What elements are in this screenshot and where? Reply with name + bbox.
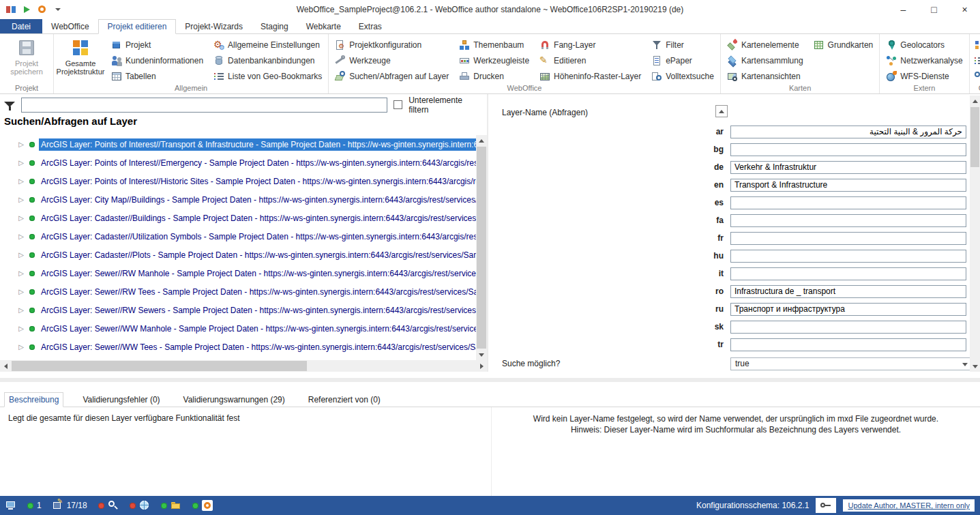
expand-icon[interactable]: ▷ — [17, 177, 25, 185]
properties-scroll-up-button[interactable] — [715, 105, 728, 117]
properties-vertical-scrollbar[interactable] — [970, 95, 980, 372]
tree-item[interactable]: ▷ArcGIS Layer: Sewer//WW Manhole - Sampl… — [0, 319, 476, 338]
werkzeugleiste-button[interactable]: Werkzeugleiste — [457, 53, 531, 68]
expand-icon[interactable]: ▷ — [17, 141, 25, 148]
filter-subelements-checkbox[interactable] — [394, 100, 402, 109]
werkzeuge-button[interactable]: Werkzeuge — [333, 53, 451, 68]
grundkarten-button[interactable]: Grundkarten — [812, 38, 876, 52]
projekt-button[interactable]: Projekt — [109, 38, 205, 52]
tree-item[interactable]: ▷ArcGIS Layer: Cadaster//Buildings - Sam… — [0, 209, 476, 227]
scrollbar-thumb[interactable] — [970, 107, 979, 167]
kartensammlung-button[interactable]: Kartensammlung — [725, 53, 805, 68]
run-project-icon[interactable] — [21, 4, 32, 15]
tab-referenziert-von[interactable]: Referenziert von (0) — [304, 392, 385, 407]
geolocators-button[interactable]: Geolocators — [884, 38, 964, 52]
layer-name-input-fa[interactable] — [730, 214, 966, 227]
expand-icon[interactable]: ▷ — [17, 288, 25, 295]
tree-item[interactable]: ▷ArcGIS Layer: Sewer//WW Tees - Sample P… — [0, 338, 476, 356]
themenbaum-button[interactable]: Themenbaum — [457, 38, 531, 52]
tab-extras[interactable]: Extras — [350, 19, 391, 33]
tab-projekt-editieren[interactable]: Projekt editieren — [98, 19, 177, 34]
editieren-button[interactable]: Editieren — [537, 53, 643, 68]
expand-icon[interactable]: ▷ — [17, 325, 25, 332]
update-author-link[interactable]: Update Author, MASTER, intern only — [843, 499, 975, 512]
wfs-dienste-button[interactable]: WFS-Dienste — [884, 69, 964, 83]
tab-beschreibung[interactable]: Beschreibung — [4, 392, 63, 407]
tree-item[interactable]: ▷ArcGIS Layer: Sewer//RW Tees - Sample P… — [0, 282, 476, 301]
layer-name-input-ru[interactable] — [730, 303, 966, 316]
tree-item[interactable]: ▷ArcGIS Layer: Points of Interest//Trans… — [0, 135, 476, 153]
hoeheninfo-raster-layer-button[interactable]: Höheninfo-Raster-Layer — [537, 69, 643, 83]
minimize-button[interactable]: – — [888, 0, 919, 19]
scroll-up-button[interactable] — [476, 135, 487, 146]
expand-icon[interactable]: ▷ — [17, 196, 25, 203]
app-icon[interactable] — [5, 4, 16, 15]
scrollbar-thumb[interactable] — [477, 147, 486, 349]
tree-item[interactable]: ▷ArcGIS Layer: Sewer//RW Sewers - Sample… — [0, 301, 476, 319]
projekt-speichern-button[interactable]: Projekt speichern — [4, 36, 49, 76]
layer-name-input-tr[interactable] — [730, 338, 966, 351]
layer-name-input-sk[interactable] — [730, 321, 966, 334]
tree-item[interactable]: ▷ArcGIS Layer: Points of Interest//Histo… — [0, 172, 476, 190]
layer-name-input-bg[interactable] — [730, 143, 966, 156]
tree-item[interactable]: ▷ArcGIS Layer: City Map//Buildings - Sam… — [0, 190, 476, 209]
scroll-down-button[interactable] — [476, 349, 487, 360]
tree-item[interactable]: ▷ArcGIS Layer: Points of Interest//Emerg… — [0, 153, 476, 172]
tab-staging[interactable]: Staging — [252, 19, 297, 33]
tree-item[interactable]: ▷ArcGIS Layer: Sewer//RW Manhole - Sampl… — [0, 264, 476, 282]
layer-name-input-de[interactable] — [730, 161, 966, 174]
layer-name-input-hu[interactable] — [730, 250, 966, 263]
datenbankanbindungen-button[interactable]: Datenbankanbindungen — [211, 53, 324, 68]
layer-name-input-it[interactable] — [730, 267, 966, 280]
filter-input[interactable] — [21, 98, 387, 113]
tree-item[interactable]: ▷ArcGIS Layer: Cadaster//Plots - Sample … — [0, 246, 476, 264]
weboffice-logo-icon[interactable] — [37, 4, 48, 15]
layer-name-input-ar[interactable] — [730, 126, 966, 138]
scroll-down-button[interactable] — [970, 361, 980, 372]
scrollbar-thumb[interactable] — [12, 361, 307, 371]
netzwerkanalyse-button[interactable]: Netzwerkanalyse — [884, 53, 964, 68]
suche-moeglich-select[interactable]: true — [730, 357, 972, 370]
expand-icon[interactable]: ▷ — [17, 214, 25, 222]
qat-dropdown-icon[interactable] — [53, 4, 63, 15]
epaper-button[interactable]: ePaper — [649, 53, 716, 68]
expand-icon[interactable]: ▷ — [17, 343, 25, 351]
tree-horizontal-scrollbar[interactable] — [0, 360, 487, 372]
core-apps-icon[interactable] — [974, 40, 980, 50]
key-button[interactable] — [816, 498, 836, 513]
scroll-left-button[interactable] — [0, 360, 11, 372]
tree-vertical-scrollbar[interactable] — [476, 135, 487, 360]
layer-name-input-ro[interactable] — [730, 285, 966, 298]
layer-name-input-es[interactable] — [730, 196, 966, 209]
layer-name-input-fr[interactable] — [730, 232, 966, 245]
suchen-abfragen-layer-button[interactable]: Suchen/Abfragen auf Layer — [333, 69, 451, 83]
tab-validierungsfehler[interactable]: Validierungsfehler (0) — [78, 392, 164, 407]
tab-validierungswarnungen[interactable]: Validierungswarnungen (29) — [179, 392, 289, 407]
fang-layer-button[interactable]: Fang-Layer — [537, 38, 643, 52]
tab-datei[interactable]: Datei — [0, 19, 42, 33]
scroll-right-button[interactable] — [476, 360, 487, 372]
core-list-icon[interactable] — [974, 55, 980, 66]
projektkonfiguration-button[interactable]: Projektkonfiguration — [333, 38, 451, 52]
volltextsuche-button[interactable]: Volltextsuche — [649, 69, 716, 83]
filter-button[interactable]: Filter — [649, 38, 716, 52]
drucken-button[interactable]: Drucken — [457, 69, 531, 83]
layer-name-input-en[interactable] — [730, 179, 966, 192]
expand-icon[interactable]: ▷ — [17, 251, 25, 259]
core-user-search-icon[interactable] — [974, 71, 980, 82]
allgemeine-einstellungen-button[interactable]: Allgemeine Einstellungen — [211, 38, 324, 52]
expand-icon[interactable]: ▷ — [17, 159, 25, 166]
tree-item[interactable]: ▷ArcGIS Layer: Cadaster//Utilization Sym… — [0, 227, 476, 246]
gesamte-projektstruktur-button[interactable]: Gesamte Projektstruktur — [58, 36, 103, 76]
expand-icon[interactable]: ▷ — [17, 269, 25, 277]
tab-weboffice[interactable]: WebOffice — [42, 19, 98, 33]
tabellen-button[interactable]: Tabellen — [109, 69, 205, 83]
scroll-up-button[interactable] — [970, 95, 980, 106]
tab-webkarte[interactable]: Webkarte — [297, 19, 350, 33]
horizontal-splitter[interactable] — [0, 372, 980, 392]
expand-icon[interactable]: ▷ — [17, 233, 25, 240]
close-button[interactable]: × — [949, 0, 980, 19]
expand-icon[interactable]: ▷ — [17, 306, 25, 314]
kartenelemente-button[interactable]: Kartenelemente — [725, 38, 805, 52]
kundeninformationen-button[interactable]: Kundeninformationen — [109, 53, 205, 68]
